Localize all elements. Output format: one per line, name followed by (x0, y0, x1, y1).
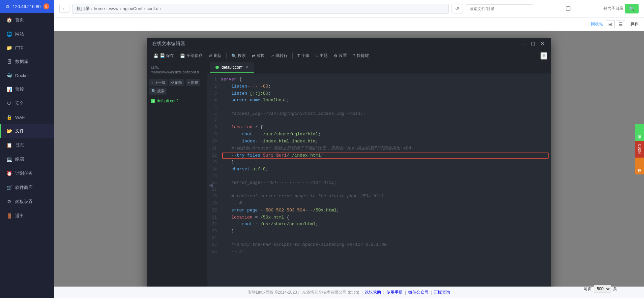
sidebar-item-security[interactable]: 🛡 安全 (0, 96, 54, 110)
list-view-button[interactable]: ☰ (616, 20, 625, 28)
sidebar-item-database[interactable]: 🗄 数据库 (0, 55, 54, 69)
breadcrumb-root[interactable]: 根目录 (77, 6, 90, 12)
new-file-button[interactable]: + 新建 (186, 79, 200, 86)
sidebar-item-website[interactable]: 🌐 网站 (0, 27, 54, 41)
replace-button[interactable]: ⇄ 替换 (249, 52, 267, 60)
editor-modal: 在线文本编辑器 — □ ✕ 💾 💾 保存 💾 全部保存 (54, 31, 644, 298)
save-all-icon: 💾 (180, 54, 185, 58)
theme-button[interactable]: U 主题 (313, 52, 331, 60)
sidebar-item-logout[interactable]: 🚪 退出 (0, 209, 54, 223)
search-dir-button[interactable]: 🔍 搜索 (149, 88, 167, 95)
more-button[interactable]: ▼ (540, 52, 547, 60)
sidebar-item-store[interactable]: 🛒 软件商店 (0, 180, 54, 195)
csdn-button[interactable]: CSDN (635, 141, 644, 158)
breadcrumb: 根目录 › home › www › nginxConf › conf.d › (72, 4, 449, 14)
rate-button[interactable]: 评分 (635, 158, 644, 174)
font-button[interactable]: T 字体 (295, 52, 312, 60)
search-input[interactable] (466, 4, 533, 13)
breadcrumb-www[interactable]: www (109, 6, 118, 11)
settings-toolbar-button[interactable]: ⚙ 设置 (331, 52, 350, 60)
shortcuts-button[interactable]: ? 快捷键 (350, 52, 372, 60)
code-line-19: 19 ···#· (207, 200, 551, 207)
editor-title: 在线文本编辑器 (152, 41, 185, 47)
code-line-13: 13 } (207, 159, 551, 166)
sidebar-item-docker[interactable]: 🐳 Docker (0, 69, 54, 82)
sidebar-item-label: 首页 (15, 17, 24, 23)
customer-service-button[interactable]: 客服 (635, 124, 644, 141)
sidebar-item-terminal[interactable]: 💻 终端 (0, 152, 54, 166)
sidebar-item-ftp[interactable]: 📁 FTP (0, 41, 54, 55)
code-line-10: 10 index···index.html index.htm; (207, 138, 551, 145)
code-line-11: 11 #·此处的·@router·实际上是启用了下面的转发，否则在·Vue·路由… (207, 145, 551, 152)
sidebar-item-label: 安全 (15, 100, 24, 106)
main-content: ← 根目录 › home › www › nginxConf › conf.d … (54, 0, 644, 298)
code-line-6: 6 #access_log··/var/log/nginx/host.acces… (207, 110, 551, 118)
refresh-button[interactable]: ↺ 刷新 (206, 52, 224, 60)
lock-icon: 🔒 (6, 114, 12, 120)
sidebar-item-files[interactable]: 📂 文件 (0, 124, 54, 138)
save-button[interactable]: 💾 💾 保存 (151, 52, 177, 60)
home-icon: 🏠 (6, 17, 12, 23)
breadcrumb-nginxconf[interactable]: nginxConf (123, 6, 143, 11)
clock-icon: ⏰ (6, 171, 12, 176)
minimize-button[interactable]: — (519, 41, 527, 47)
recycle-bin-link[interactable]: 回收站 (591, 21, 603, 27)
code-editor[interactable]: ◀ 1 server { 2 listen··· (207, 73, 551, 298)
sidebar-item-label: 文件 (15, 128, 24, 134)
back-button[interactable]: ← (59, 5, 69, 13)
code-line-18: 18 #-redirect·server·error·pages·to·the·… (207, 193, 551, 200)
file-item-default-conf[interactable]: G default.conf (147, 97, 207, 105)
include-subdir-checkbox[interactable] (534, 6, 602, 11)
code-line-9: 9 root····/usr/share/nginx/html; (207, 131, 551, 138)
files-icon: 📂 (6, 128, 12, 134)
editor-window: 在线文本编辑器 — □ ✕ 💾 💾 保存 💾 全部保存 (147, 38, 551, 298)
wechat-link[interactable]: 微信公众号 (408, 290, 429, 295)
refresh-dir-button[interactable]: ↺ 刷新 (169, 79, 184, 86)
refresh-icon: ↺ (209, 54, 212, 58)
maximize-button[interactable]: □ (530, 41, 536, 47)
sidebar-item-cron[interactable]: ⏰ 计划任务 (0, 166, 54, 180)
goto-button[interactable]: ↗ 跳转行 (268, 52, 290, 60)
save-all-button[interactable]: 💾 全部保存 (177, 52, 205, 60)
up-level-button[interactable]: ↑ 上一级 (149, 79, 168, 86)
breadcrumb-sep5: › (160, 6, 161, 11)
verify-link[interactable]: 正版查询 (434, 290, 450, 295)
shortcuts-icon: ? (353, 54, 355, 58)
shield-icon: 🛡 (6, 101, 12, 106)
manual-link[interactable]: 使用手册 (386, 290, 403, 295)
sidebar-header: 🖥 120.46.210.80 0 (0, 0, 54, 13)
docker-icon: 🐳 (6, 73, 12, 78)
close-button[interactable]: ✕ (539, 40, 546, 47)
breadcrumb-home[interactable]: home (94, 6, 105, 11)
sidebar-item-monitor[interactable]: 📊 监控 (0, 82, 54, 96)
search-go-button[interactable]: 🔍 (625, 4, 639, 13)
grid-view-button[interactable]: ⊞ (606, 20, 615, 28)
folder-icon: 📁 (6, 45, 12, 51)
save-icon: 💾 (153, 54, 158, 58)
code-line-8: 8 location / { (207, 124, 551, 131)
sidebar: 🖥 120.46.210.80 0 🏠 首页 🌐 网站 📁 FTP 🗄 数据库 … (0, 0, 54, 298)
per-page-select[interactable]: 500 100 200 (594, 285, 611, 293)
refresh-button[interactable]: ↺ (451, 4, 463, 13)
forum-link[interactable]: 论坛求助 (365, 290, 381, 295)
code-line-16: 16 #error_page···404·············/404.ht… (207, 179, 551, 187)
settings-icon: ⚙ (334, 54, 338, 58)
sidebar-item-label: Docker (15, 73, 29, 78)
file-navigation: ↑ 上一级 ↺ 刷新 + 新建 🔍 搜索 (147, 77, 207, 97)
close-tab-button[interactable]: ✕ (245, 65, 248, 70)
breadcrumb-confd[interactable]: conf.d (147, 6, 158, 11)
tab-icon (215, 66, 219, 69)
sidebar-item-logs[interactable]: 📋 日志 (0, 138, 54, 152)
sidebar-item-home[interactable]: 🏠 首页 (0, 13, 54, 27)
search-toolbar-button[interactable]: 🔍 搜索 (229, 52, 248, 60)
tab-filename: default.conf (222, 65, 242, 70)
sidebar-item-label: 软件商店 (15, 185, 33, 191)
code-line-22: 22 root···/usr/share/nginx/html; (207, 221, 551, 228)
tab-default-conf[interactable]: default.conf ✕ (210, 62, 254, 73)
editor-titlebar-buttons: — □ ✕ (519, 40, 546, 47)
code-line-26: 26 ···#· (207, 249, 551, 256)
sidebar-item-panel-settings[interactable]: ⚙ 面板设置 (0, 195, 54, 209)
sidebar-item-label: FTP (15, 45, 24, 51)
sidebar-item-waf[interactable]: 🔒 WAF (0, 110, 54, 124)
collapse-arrow[interactable]: ◀ (209, 182, 213, 188)
